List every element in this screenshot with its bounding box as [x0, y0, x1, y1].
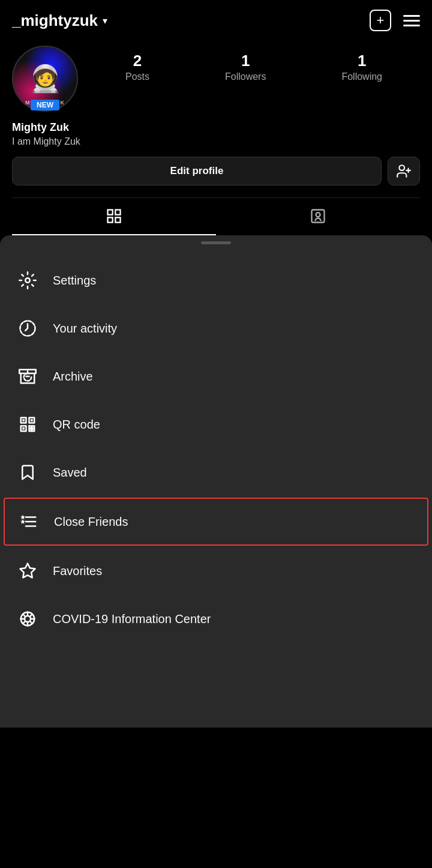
profile-section: _mightyzuk ▾ 🧑‍🚀 MIGHTY ZUK NEW — [0, 0, 432, 235]
posts-count: 2 — [133, 52, 142, 70]
chevron-down-icon: ▾ — [103, 15, 107, 26]
svg-rect-4 — [115, 210, 120, 215]
close-friends-label: Close Friends — [54, 515, 128, 529]
menu-item-favorites[interactable]: Favorites — [0, 547, 432, 595]
svg-rect-14 — [31, 419, 33, 421]
settings-icon — [17, 270, 38, 291]
svg-marker-27 — [20, 564, 35, 578]
tabs-row — [12, 197, 420, 235]
svg-rect-12 — [22, 419, 25, 421]
drag-handle — [201, 241, 231, 244]
edit-profile-button[interactable]: Edit profile — [12, 157, 382, 185]
header-row: _mightyzuk ▾ — [12, 10, 420, 31]
following-label: Following — [341, 71, 382, 82]
svg-point-9 — [25, 278, 30, 283]
stats-row: 2 Posts 1 Followers 1 Following — [88, 46, 420, 82]
menu-item-activity[interactable]: Your activity — [0, 304, 432, 352]
svg-line-37 — [23, 621, 25, 624]
followers-stat[interactable]: 1 Followers — [225, 52, 266, 82]
svg-point-8 — [316, 212, 320, 217]
svg-point-0 — [399, 165, 404, 170]
svg-marker-26 — [20, 519, 25, 524]
profile-info-row: 🧑‍🚀 MIGHTY ZUK NEW 2 Posts 1 Followers 1… — [12, 46, 420, 112]
menu-item-covid[interactable]: COVID-19 Information Center — [0, 595, 432, 643]
svg-rect-20 — [29, 429, 32, 432]
svg-rect-3 — [108, 210, 113, 215]
avatar-wrapper[interactable]: 🧑‍🚀 MIGHTY ZUK NEW — [12, 46, 78, 112]
profile-bio: I am Mighty Zuk — [12, 136, 420, 147]
archive-icon — [17, 366, 38, 387]
svg-line-36 — [30, 614, 32, 616]
favorites-icon — [17, 560, 38, 582]
svg-rect-18 — [29, 426, 32, 429]
qr-code-label: QR code — [53, 418, 100, 432]
favorites-label: Favorites — [53, 564, 102, 578]
svg-rect-16 — [22, 427, 25, 430]
covid-label: COVID-19 Information Center — [53, 612, 211, 626]
profile-display-name: Mighty Zuk — [12, 121, 420, 134]
svg-rect-5 — [108, 217, 113, 222]
settings-label: Settings — [53, 274, 96, 288]
saved-label: Saved — [53, 466, 87, 480]
close-friends-icon — [18, 511, 40, 532]
covid-icon — [17, 608, 38, 630]
svg-rect-19 — [32, 426, 35, 429]
hamburger-menu-icon[interactable] — [403, 15, 420, 26]
menu-item-close-friends[interactable]: Close Friends — [4, 498, 428, 546]
action-buttons-row: Edit profile — [12, 157, 420, 185]
add-friend-button[interactable] — [388, 157, 420, 185]
tab-grid[interactable] — [12, 198, 216, 235]
svg-marker-25 — [20, 515, 25, 520]
svg-rect-21 — [32, 429, 35, 432]
posts-stat[interactable]: 2 Posts — [125, 52, 149, 82]
activity-icon — [17, 318, 38, 339]
avatar-emoji: 🧑‍🚀 — [29, 63, 62, 94]
qr-code-icon — [17, 414, 38, 435]
menu-item-archive[interactable]: Archive — [0, 352, 432, 400]
saved-icon — [17, 462, 38, 483]
svg-rect-6 — [115, 217, 120, 222]
header-icons — [370, 10, 420, 31]
followers-label: Followers — [225, 71, 266, 82]
svg-line-34 — [23, 614, 25, 616]
username-text: _mightyzuk — [12, 11, 98, 30]
svg-point-29 — [25, 616, 31, 622]
add-person-icon — [396, 163, 412, 179]
followers-count: 1 — [241, 52, 250, 70]
bottom-sheet: Settings Your activity Archive — [0, 235, 432, 728]
archive-label: Archive — [53, 370, 93, 384]
menu-item-settings[interactable]: Settings — [0, 256, 432, 304]
new-badge: NEW — [31, 100, 59, 110]
username-row[interactable]: _mightyzuk ▾ — [12, 11, 107, 30]
svg-line-35 — [30, 621, 32, 624]
posts-label: Posts — [125, 71, 149, 82]
tab-tagged[interactable] — [216, 198, 420, 235]
grid-icon — [106, 208, 122, 225]
tagged-icon — [310, 208, 326, 225]
following-stat[interactable]: 1 Following — [341, 52, 382, 82]
following-count: 1 — [358, 52, 366, 70]
add-post-button[interactable] — [370, 10, 391, 31]
activity-label: Your activity — [53, 322, 117, 336]
menu-item-qr-code[interactable]: QR code — [0, 400, 432, 448]
menu-item-saved[interactable]: Saved — [0, 448, 432, 496]
